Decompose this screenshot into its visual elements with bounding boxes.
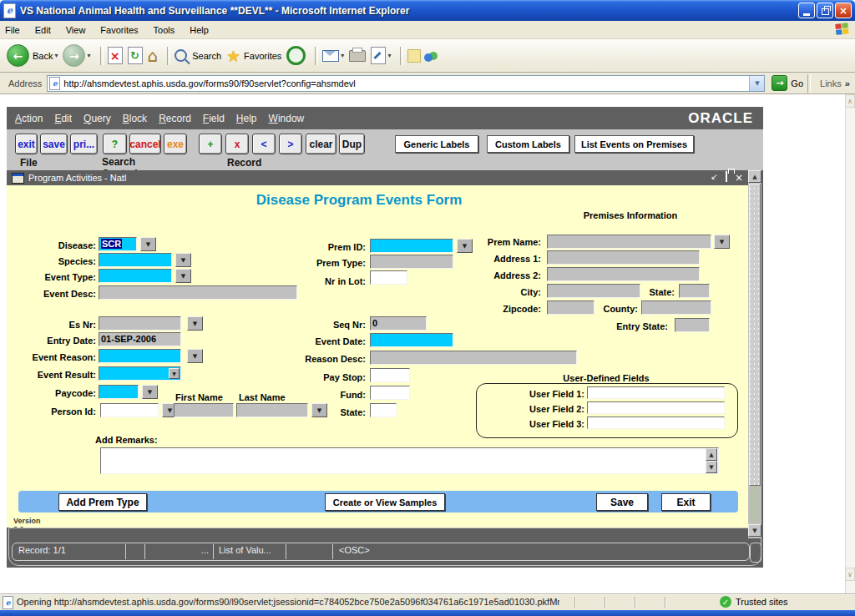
go-button[interactable]: → Go (772, 75, 803, 91)
back-button[interactable]: ← Back ▾ (7, 44, 58, 67)
home-button[interactable]: ⌂ (148, 46, 159, 66)
person-id-field[interactable] (100, 403, 159, 417)
browser-scroll-up[interactable]: ∧ (845, 94, 855, 108)
history-button[interactable] (286, 46, 306, 65)
exit-form-button[interactable]: Exit (661, 493, 711, 511)
restore-button[interactable] (817, 3, 833, 18)
event-type-dropdown[interactable]: ▼ (175, 269, 191, 283)
form-scrollbar-thumb[interactable] (749, 184, 761, 486)
create-or-view-samples-button[interactable]: Create or View Samples (325, 493, 445, 511)
minimize-button[interactable] (798, 3, 815, 18)
menu-file[interactable]: File (5, 25, 20, 35)
query-help-button[interactable]: ? (103, 134, 127, 154)
form-scroll-up[interactable]: ▲ (748, 170, 761, 183)
discuss-button[interactable] (407, 49, 421, 63)
add-remarks-label: Add Remarks: (95, 435, 158, 445)
search-button[interactable]: Search (175, 49, 221, 62)
menu-favorites[interactable]: Favorites (100, 25, 138, 35)
cancel-button[interactable]: cancel (129, 134, 161, 154)
insert-record-button[interactable]: + (199, 134, 222, 154)
address-input[interactable]: e http://ahsmdevtest.aphis.usda.gov/form… (47, 75, 765, 92)
oracle-menu-field[interactable]: Field (203, 113, 225, 124)
city-field (547, 284, 640, 298)
form-scrollbar-track[interactable] (749, 486, 761, 523)
event-reason-field[interactable] (99, 349, 181, 363)
favorites-button[interactable]: ★ Favorites (226, 47, 281, 65)
oracle-menu-action[interactable]: Action (15, 113, 43, 124)
oracle-menu-window[interactable]: Window (269, 113, 305, 124)
execute-button[interactable]: exe (164, 134, 187, 154)
forward-button[interactable]: → ▾ (63, 44, 90, 67)
clear-button[interactable]: clear (306, 134, 336, 154)
custom-labels-button[interactable]: Custom Labels (487, 135, 569, 153)
paycode-dropdown[interactable]: ▼ (142, 385, 158, 399)
menu-tools[interactable]: Tools (154, 25, 175, 35)
mdi-close-icon[interactable]: × (735, 172, 743, 184)
mdi-restore-icon[interactable] (726, 172, 727, 184)
exit-button[interactable]: exit (15, 134, 38, 154)
print-oracle-button[interactable]: pri... (70, 134, 98, 154)
close-button[interactable]: × (835, 3, 852, 18)
duplicate-button[interactable]: Dup (339, 134, 365, 154)
save-form-button[interactable]: Save (596, 493, 648, 511)
disease-dropdown[interactable]: ▼ (140, 237, 156, 251)
remarks-textarea[interactable] (100, 447, 719, 474)
previous-record-button[interactable]: < (252, 134, 276, 154)
back-dropdown-icon[interactable]: ▾ (54, 52, 58, 59)
event-result-field[interactable]: ▼ (99, 366, 181, 381)
menu-help[interactable]: Help (190, 25, 209, 35)
edit-button[interactable]: ▾ (371, 47, 391, 64)
menu-bar: File Edit View Favorites Tools Help (0, 21, 855, 39)
stop-button[interactable]: × (108, 47, 123, 64)
messenger-button[interactable] (426, 52, 438, 60)
oracle-menu-help[interactable]: Help (236, 113, 257, 124)
mdi-minimize-icon[interactable]: ↙ (711, 172, 718, 184)
delete-record-button[interactable]: x (225, 134, 249, 154)
remarks-scroll-up[interactable]: ▲ (706, 448, 717, 461)
save-button[interactable]: save (40, 134, 68, 154)
refresh-button[interactable]: ↻ (128, 47, 143, 64)
next-record-button[interactable]: > (279, 134, 302, 154)
mdi-title-bar[interactable]: Program Activities - Natl ↙ × (7, 170, 748, 185)
oracle-menu-record[interactable]: Record (159, 113, 191, 124)
user-field-2[interactable] (587, 401, 725, 414)
forward-dropdown-icon[interactable]: ▾ (87, 52, 90, 59)
event-reason-dropdown[interactable]: ▼ (187, 349, 203, 363)
nr-in-lot-field[interactable] (370, 270, 407, 285)
oracle-menu-edit[interactable]: Edit (54, 113, 72, 124)
generic-labels-button[interactable]: Generic Labels (395, 135, 478, 153)
links-menu[interactable]: Links » (820, 78, 850, 88)
state-field[interactable] (370, 403, 397, 417)
es-nr-dropdown[interactable]: ▼ (187, 316, 203, 331)
prem-id-field[interactable] (370, 239, 453, 253)
user-field-1[interactable] (587, 386, 725, 399)
fund-field[interactable] (370, 386, 410, 400)
remarks-scroll-down[interactable]: ▼ (706, 461, 717, 473)
list-events-on-premises-button[interactable]: List Events on Premises (574, 135, 694, 153)
mail-button[interactable]: ▾ (322, 50, 344, 62)
add-prem-type-button[interactable]: Add Prem Type (58, 493, 147, 511)
oracle-menu-query[interactable]: Query (83, 113, 111, 124)
event-date-field[interactable] (370, 333, 453, 347)
event-type-field[interactable] (99, 269, 172, 283)
event-result-dropdown[interactable]: ▼ (169, 368, 180, 379)
edit-dropdown-icon[interactable]: ▾ (387, 52, 391, 59)
prem-name-dropdown[interactable]: ▼ (714, 235, 730, 249)
user-field-3[interactable] (587, 417, 725, 429)
form-scroll-down[interactable]: ▼ (748, 524, 761, 537)
species-dropdown[interactable]: ▼ (175, 253, 191, 267)
menu-view[interactable]: View (66, 25, 86, 35)
list-of-values-indicator: List of Valu... (219, 545, 271, 555)
address-dropdown[interactable]: ▼ (749, 76, 764, 91)
paycode-field[interactable] (99, 385, 139, 399)
search-icon (175, 49, 187, 62)
pay-stop-field[interactable] (370, 368, 410, 382)
browser-scrollbar[interactable] (845, 94, 855, 594)
oracle-menu-block[interactable]: Block (123, 113, 147, 124)
print-button[interactable] (349, 50, 366, 62)
species-field[interactable] (99, 253, 172, 267)
menu-edit[interactable]: Edit (35, 25, 51, 35)
browser-scroll-down[interactable]: ∨ (845, 568, 855, 581)
disease-field[interactable]: SCR (99, 237, 137, 251)
mail-dropdown-icon[interactable]: ▾ (341, 52, 344, 59)
